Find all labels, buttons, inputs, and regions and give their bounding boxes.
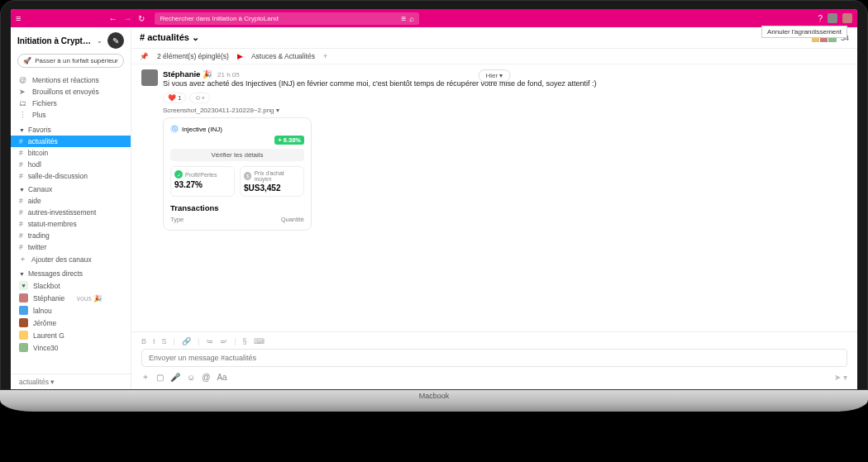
channel-bitcoin[interactable]: #bitcoin	[11, 147, 131, 159]
chevron-down-icon: ▼	[19, 271, 25, 277]
date-divider[interactable]: Hier ▾	[479, 71, 511, 79]
mic-icon[interactable]: 🎤	[170, 373, 180, 382]
section-label: Messages directs	[28, 269, 83, 278]
coin-name: Injective (INJ)	[182, 126, 222, 133]
mention-icon[interactable]: @	[202, 373, 210, 382]
attachment-preview[interactable]: Ⓘ Injective (INJ) + 6.38% Vérifier les d…	[163, 117, 312, 231]
rocket-icon: 🚀	[23, 57, 31, 64]
hash-icon: #	[19, 220, 23, 228]
attachment-filename[interactable]: Screenshot_20230411-210228~2.png ▾	[163, 107, 847, 114]
hash-icon: #	[19, 231, 23, 240]
channel-autres[interactable]: #autres-investissement	[11, 207, 131, 218]
dm-stephanie[interactable]: Stéphanie vous 🎉	[11, 292, 131, 304]
verify-details-button[interactable]: Vérifier les détails	[170, 149, 304, 161]
channel-salle[interactable]: #salle-de-discussion	[11, 170, 131, 182]
user-avatar[interactable]	[827, 13, 837, 23]
channel-label: aide	[28, 197, 41, 205]
format-icon[interactable]: Aa	[217, 373, 227, 382]
code-button[interactable]: ⌨	[254, 337, 265, 345]
message-author[interactable]: Stéphanie 🎉	[163, 69, 212, 79]
quote-button[interactable]: §	[243, 337, 247, 345]
add-reaction[interactable]: ☺+	[189, 93, 210, 103]
plus-icon: ＋	[19, 255, 26, 264]
reaction-count: 1	[178, 94, 181, 102]
nav-files[interactable]: 🗂Fichiers	[11, 98, 131, 109]
video-icon[interactable]: ▢	[156, 373, 164, 382]
dm-jerome[interactable]: Jérôme	[11, 317, 131, 329]
section-channels[interactable]: ▼Canaux	[11, 182, 131, 195]
link-button[interactable]: 🔗	[182, 337, 191, 345]
search-input[interactable]	[160, 15, 398, 22]
filter-icon[interactable]: ≡	[402, 14, 407, 23]
message-avatar[interactable]	[141, 69, 158, 86]
nav-more[interactable]: ⋮Plus	[11, 109, 131, 121]
hash-icon: #	[19, 243, 23, 251]
send-button[interactable]: ➤ ▾	[834, 373, 847, 382]
channel-label: actualités	[28, 137, 58, 145]
dm-slackbot[interactable]: ♥Slackbot	[11, 279, 131, 292]
channel-actualites[interactable]: #actualités	[11, 136, 131, 147]
stat-value: 93.27%	[174, 180, 231, 189]
channel-label: autres-investissement	[28, 208, 97, 217]
channel-pins: 📌 2 élément(s) épinglé(s) ▶ Astuces & Ac…	[131, 49, 857, 64]
dm-lalnou[interactable]: lalnou	[11, 304, 131, 317]
search-icon[interactable]: ⌕	[409, 14, 414, 23]
channel-title[interactable]: # actualités ⌄	[140, 32, 199, 43]
bold-button[interactable]: B	[141, 337, 146, 345]
col-qty: Quantité	[281, 216, 304, 223]
forward-icon[interactable]: →	[123, 14, 131, 23]
sidebar-footer[interactable]: actualités ▾	[11, 374, 131, 389]
history-icon[interactable]: ↻	[138, 14, 145, 23]
message-input[interactable]	[141, 349, 847, 367]
message-list[interactable]: Stéphanie 🎉 21 h 05 Si vous avez acheté …	[131, 64, 857, 331]
add-channel-label: Ajouter des canaux	[31, 255, 92, 264]
channel-label: trading	[28, 231, 50, 240]
workspace-chevron-icon[interactable]: ⌄	[97, 37, 103, 45]
italic-button[interactable]: I	[153, 337, 155, 345]
hash-icon: #	[19, 149, 23, 157]
mention-icon: @	[19, 76, 27, 84]
menu-icon[interactable]: ≡	[16, 13, 21, 23]
search-bar[interactable]: ≡ ⌕	[155, 12, 419, 25]
dm-avatar	[19, 343, 28, 352]
sent-icon: ➤	[19, 88, 27, 96]
add-channel[interactable]: ＋Ajouter des canaux	[11, 253, 131, 266]
heart-icon: ❤️	[168, 94, 176, 102]
channel-label: statut-membres	[28, 220, 77, 228]
channel-twitter[interactable]: #twitter	[11, 241, 131, 253]
pin-tab[interactable]: Astuces & Actualités	[251, 52, 315, 60]
hash-icon: #	[19, 160, 23, 169]
channel-trading[interactable]: #trading	[11, 230, 131, 241]
more-icon: ⋮	[19, 111, 27, 119]
laptop-base: Macbook	[0, 390, 868, 412]
emoji-icon[interactable]: ☺	[187, 373, 195, 382]
reaction-heart[interactable]: ❤️1	[163, 93, 186, 103]
channel-statut[interactable]: #statut-membres	[11, 218, 131, 230]
add-pin-icon[interactable]: +	[323, 52, 327, 60]
section-dms[interactable]: ▼Messages directs	[11, 266, 131, 279]
col-type: Type	[170, 216, 184, 223]
help-icon[interactable]: ?	[818, 14, 823, 23]
strike-button[interactable]: S	[162, 337, 167, 345]
dm-laurent[interactable]: Laurent G	[11, 329, 131, 341]
section-favorites[interactable]: ▼Favoris	[11, 122, 131, 136]
back-icon[interactable]: ←	[108, 14, 117, 23]
nav-mentions[interactable]: @Mentions et réactions	[11, 74, 131, 86]
chevron-down-icon: ⌄	[192, 32, 199, 42]
upgrade-button[interactable]: 🚀 Passer à un forfait supérieur	[17, 54, 124, 68]
nav-drafts[interactable]: ➤Brouillons et envoyés	[11, 86, 131, 98]
compose-button[interactable]: ✎	[107, 32, 124, 49]
zoom-tooltip: Annuler l'agrandissement	[761, 26, 847, 38]
workspace-name[interactable]: Initiation à Crypt…	[17, 36, 92, 45]
nav-label: Mentions et réactions	[32, 76, 99, 84]
dm-label: Stéphanie	[33, 294, 64, 302]
list-button[interactable]: ≔	[206, 337, 213, 345]
user-avatar-2[interactable]	[842, 13, 852, 23]
attach-icon[interactable]: ＋	[141, 371, 150, 383]
pin-count[interactable]: 2 élément(s) épinglé(s)	[157, 52, 229, 60]
top-bar: ≡ ← → ↻ ≡ ⌕ ?	[11, 9, 857, 27]
dm-vince[interactable]: Vince30	[11, 341, 131, 354]
channel-hodl[interactable]: #hodl	[11, 159, 131, 170]
channel-aide[interactable]: #aide	[11, 195, 131, 207]
numlist-button[interactable]: ≕	[220, 337, 227, 345]
